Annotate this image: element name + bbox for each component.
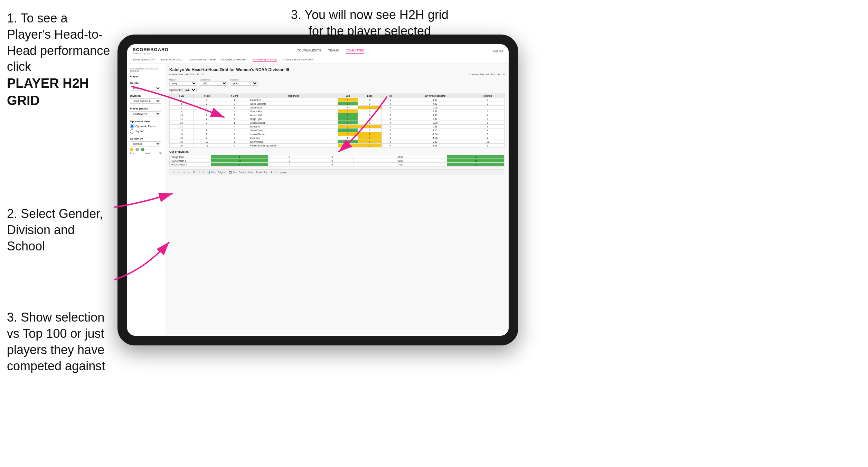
nav-tournaments[interactable]: TOURNAMENTS <box>297 48 321 54</box>
toolbar-refresh[interactable]: ↺ <box>198 171 200 174</box>
sidebar-player-section: Player <box>130 75 162 78</box>
table-row: 15 <box>170 128 194 132</box>
logo-text: SCOREBOARD <box>133 47 169 52</box>
radio-top-100[interactable]: Top 100 <box>130 129 162 134</box>
conference-select[interactable]: (All) <box>200 81 227 86</box>
subnav-player-summary[interactable]: PLAYER SUMMARY <box>221 58 247 62</box>
toolbar-save-custom[interactable]: 💾 Save Custom View <box>229 171 253 174</box>
colour-dot-gray <box>135 148 139 151</box>
table-row: 3 <box>170 98 194 102</box>
sidebar-gender-section: Gender Women's <box>130 82 162 91</box>
col-rounds: Rounds <box>471 94 504 98</box>
toolbar-view-original[interactable]: 📊 View: Original <box>207 171 226 174</box>
table-row: 20 <box>170 144 194 147</box>
conference-filter: Conference (All) <box>200 79 227 86</box>
toolbar-back[interactable]: ← <box>178 171 180 174</box>
app-main: Last Updated: 27/03/2024 16:55:38 Player… <box>127 64 509 335</box>
table-row: 13 <box>170 121 194 125</box>
out-of-division-table: Foreign Team 1 0 0 4.500 2 NAIA Division… <box>169 155 504 166</box>
col-tie: Tie <box>381 94 399 98</box>
toolbar-upload[interactable]: ⬆ <box>275 171 277 174</box>
col-diff: Diff Av Strokes/Rnd <box>399 94 471 98</box>
app-content: Katelyn Vo Head-to-Head Grid for Women's… <box>165 64 509 335</box>
opponent-view-label: Opponent view <box>130 120 162 123</box>
app-header: SCOREBOARD Powered by clippd TOURNAMENTS… <box>127 44 509 64</box>
col-div: # Div <box>170 94 194 98</box>
nav-teams[interactable]: TEAMS <box>328 48 339 54</box>
division-label: Division <box>130 94 162 97</box>
table-row: 10 <box>170 113 194 117</box>
gender-label: Gender <box>130 82 162 85</box>
sidebar-player-rank-section: Player (Rank) 8. Katelyn Vo <box>130 107 162 116</box>
gender-select[interactable]: Women's <box>130 86 161 91</box>
col-win: Win <box>338 94 358 98</box>
toolbar-redo[interactable]: ↪ <box>183 171 185 174</box>
out-of-division-section: Out of division Foreign Team 1 0 0 4.500… <box>169 150 504 166</box>
colour-dot-green <box>141 148 144 151</box>
nav-committee[interactable]: COMMITTEE <box>346 48 364 54</box>
content-subtitle: Overall Record: 353 - 34 - 6 Division Re… <box>169 73 504 76</box>
table-row: 14 <box>170 125 194 128</box>
radio-opponents-played-input[interactable] <box>130 124 134 128</box>
subnav-player-h2h-heatmap[interactable]: PLAYER H2H HEATMAP <box>283 58 314 62</box>
instruction-2: 2. Select Gender, Division and School <box>7 206 111 254</box>
h2h-grid-table: # Div # Reg # Conf Opponent Win Loss Tie… <box>169 94 504 147</box>
app-container: SCOREBOARD Powered by clippd TOURNAMENTS… <box>127 44 509 336</box>
table-row: 19 <box>170 140 194 144</box>
toolbar-download[interactable]: ⬇ <box>270 171 272 174</box>
colour-label: Colour by <box>130 137 162 140</box>
table-row: 5 <box>170 102 194 106</box>
subnav-team-summary[interactable]: TEAM SUMMARY <box>133 58 155 62</box>
colour-select[interactable]: Win/loss <box>130 141 161 146</box>
region-select[interactable]: (All) <box>169 81 197 86</box>
toolbar-forward[interactable]: → <box>188 171 190 174</box>
opponent-select[interactable]: (All) <box>230 81 258 86</box>
table-row: 18 <box>170 136 194 140</box>
toolbar-watch[interactable]: 👁 Watch ▾ <box>256 171 267 174</box>
sidebar-division-section: Division NCAA Division III <box>130 94 162 104</box>
sub-nav: TEAM SUMMARY TEAM H2H GRID TEAM H2H HEAT… <box>133 56 503 64</box>
table-row: 9 <box>170 109 194 113</box>
radio-opponents-played[interactable]: Opponents Played <box>130 124 162 128</box>
division-select[interactable]: NCAA Division III <box>130 98 161 104</box>
tablet-screen: SCOREBOARD Powered by clippd TOURNAMENTS… <box>127 44 509 336</box>
toolbar-grid[interactable]: ⊞ <box>193 171 195 174</box>
app-sidebar: Last Updated: 27/03/2024 16:55:38 Player… <box>127 64 165 335</box>
content-title: Katelyn Vo Head-to-Head Grid for Women's… <box>169 67 504 72</box>
opponent-filter: Opponent (All) <box>230 79 258 86</box>
subnav-team-h2h-heatmap[interactable]: TEAM H2H HEATMAP <box>188 58 216 62</box>
player-rank-label: Player (Rank) <box>130 107 162 110</box>
logo: SCOREBOARD Powered by clippd <box>133 47 169 55</box>
colour-dots <box>130 148 162 151</box>
opponents-select[interactable]: (All) <box>182 88 197 92</box>
colour-dot-yellow <box>130 148 133 151</box>
opponent-view-radio-group: Opponents Played Top 100 <box>130 124 162 134</box>
colour-labels: Down Level Up <box>130 152 162 154</box>
toolbar-target[interactable]: ⊙ <box>202 171 205 174</box>
out-of-division-label: Out of division <box>169 150 504 153</box>
app-toolbar: ↩ ← ↪ → ⊞ ↺ ⊙ 📊 View: Original 💾 Save Cu… <box>169 169 504 175</box>
subnav-team-h2h-grid[interactable]: TEAM H2H GRID <box>161 58 182 62</box>
col-reg: # Reg <box>194 94 220 98</box>
header-top: SCOREBOARD Powered by clippd TOURNAMENTS… <box>133 47 503 55</box>
instruction-3-left: 3. Show selection vs Top 100 or just pla… <box>7 309 111 374</box>
opponents-label: Opponents: (All) <box>169 88 504 92</box>
player-rank-select[interactable]: 8. Katelyn Vo <box>130 111 161 116</box>
instruction-1: 1. To see a Player's Head-to-Head perfor… <box>7 10 111 109</box>
sign-out[interactable]: Sign out <box>493 49 503 53</box>
radio-top100-input[interactable] <box>130 129 134 134</box>
main-nav: TOURNAMENTS TEAMS COMMITTEE <box>297 48 364 54</box>
table-row: 11 <box>170 117 194 121</box>
table-row: 16 <box>170 132 194 136</box>
sidebar-colour-section: Colour by Win/loss Down Level Up <box>130 137 162 154</box>
sidebar-timestamp: Last Updated: 27/03/2024 16:55:38 <box>130 67 162 72</box>
left-instructions: 1. To see a Player's Head-to-Head perfor… <box>0 0 117 397</box>
logo-sub: Powered by clippd <box>133 52 169 55</box>
col-opponent: Opponent <box>249 94 338 98</box>
col-loss: Loss <box>358 94 381 98</box>
toolbar-undo[interactable]: ↩ <box>173 171 175 174</box>
toolbar-share[interactable]: Share <box>280 171 286 174</box>
subnav-player-h2h-grid[interactable]: PLAYER H2H GRID <box>253 58 277 62</box>
player-label: Player <box>130 75 162 78</box>
tablet-frame: SCOREBOARD Powered by clippd TOURNAMENTS… <box>117 35 518 345</box>
